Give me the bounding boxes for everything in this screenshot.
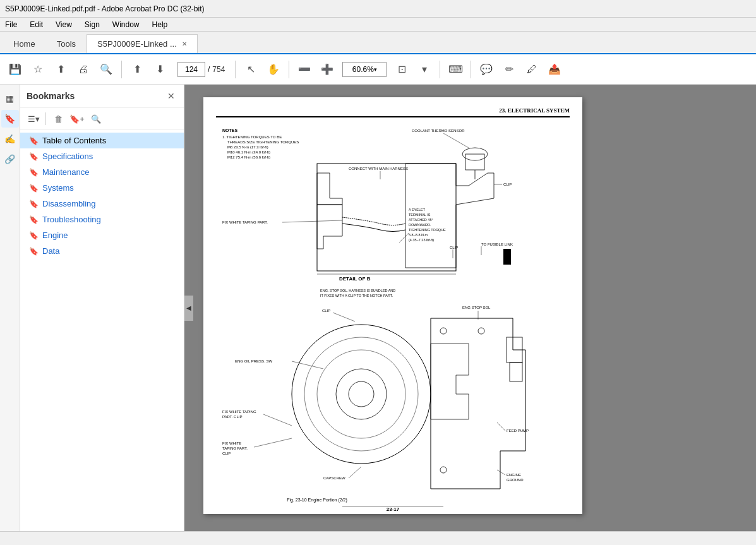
bookmarks-add-button[interactable]: 🔖+ <box>69 111 85 127</box>
bookmark-label-maintenance: Maintenance <box>42 167 89 177</box>
toolbar-separator-1 <box>121 61 122 78</box>
sign-button[interactable]: 🖊 <box>522 59 542 80</box>
status-bar <box>0 531 756 545</box>
svg-rect-10 <box>465 154 484 170</box>
pdf-content: 23. ELECTRICAL SYSTEM NOTES 1. TIGHTENIN… <box>203 97 582 514</box>
tab-document[interactable]: S5PJ0009E-Linked ... ✕ <box>87 34 198 53</box>
page-down-button[interactable]: ⬇ <box>150 59 170 80</box>
svg-text:TIGHTENING TORQUE: TIGHTENING TORQUE <box>409 228 446 232</box>
bookmark-icon-disassembling: 🔖 <box>29 200 39 208</box>
search-button[interactable]: 🔍 <box>96 59 116 80</box>
zoom-dropdown-icon: ▾ <box>374 66 377 73</box>
svg-rect-8 <box>317 164 456 271</box>
bookmarks-panel-button[interactable]: 🔖 <box>1 110 19 128</box>
thumbnail-panel-button[interactable]: ▦ <box>1 90 19 107</box>
zoom-display[interactable]: 60.6% ▾ <box>342 62 387 77</box>
bookmarks-delete-button[interactable]: 🗑 <box>50 111 66 127</box>
menu-view[interactable]: View <box>53 19 75 30</box>
bookmark-item-specifications[interactable]: 🔖 Specifications <box>20 148 184 164</box>
share-button[interactable]: 📤 <box>544 59 565 80</box>
svg-text:M12       75.4 N·m (56.6 lbf·f: M12 75.4 N·m (56.6 lbf·ft) <box>227 155 270 159</box>
zoom-value: 60.6% <box>352 65 374 74</box>
icon-sidebar: ▦ 🔖 ✍ 🔗 <box>0 85 20 531</box>
bookmark-item-maintenance[interactable]: 🔖 Maintenance <box>20 164 184 180</box>
save-button[interactable]: 💾 <box>5 59 25 80</box>
upload-button[interactable]: ⬆ <box>51 59 71 80</box>
pdf-area[interactable]: ◀ 23. ELECTRICAL SYSTEM NOTES 1. TIGHTEN… <box>184 85 756 531</box>
bookmark-item-toc[interactable]: 🔖 Table of Contents <box>20 133 184 148</box>
bookmark-button[interactable]: ☆ <box>28 59 48 80</box>
svg-text:ENGINE: ENGINE <box>507 473 521 477</box>
svg-text:CAPSCREW: CAPSCREW <box>323 476 345 480</box>
bookmark-label-troubleshooting: Troubleshooting <box>42 215 101 224</box>
bookmark-icon-maintenance: 🔖 <box>29 168 39 177</box>
svg-text:(4.35~7.23 lbf·ft): (4.35~7.23 lbf·ft) <box>409 238 434 242</box>
page-total: 754 <box>212 65 225 74</box>
tab-document-label: S5PJ0009E-Linked ... <box>97 39 177 49</box>
svg-text:ENG. STOP SOL. HARNESS IS BUND: ENG. STOP SOL. HARNESS IS BUNDLED AND <box>320 289 395 292</box>
bookmark-item-troubleshooting[interactable]: 🔖 Troubleshooting <box>20 212 184 227</box>
svg-line-48 <box>333 313 355 321</box>
menu-window[interactable]: Window <box>110 19 142 30</box>
bookmark-icon-systems: 🔖 <box>29 184 39 193</box>
page-navigation: / 754 <box>177 62 225 77</box>
svg-text:NOTES: NOTES <box>222 128 237 133</box>
bookmarks-list: 🔖 Table of Contents 🔖 Specifications 🔖 M… <box>20 130 184 531</box>
toolbar-separator-5 <box>471 61 471 78</box>
bookmark-item-disassembling[interactable]: 🔖 Disassembling <box>20 196 184 212</box>
bookmark-item-systems[interactable]: 🔖 Systems <box>20 180 184 196</box>
bookmarks-close-button[interactable]: ✕ <box>165 90 177 102</box>
menu-file[interactable]: File <box>3 19 20 30</box>
zoom-out-button[interactable]: ➖ <box>294 59 315 80</box>
page-up-button[interactable]: ⬆ <box>127 59 147 80</box>
bookmarks-panel: Bookmarks ✕ ☰▾ 🗑 🔖+ 🔍 🔖 Table of Content… <box>20 85 184 531</box>
menu-help[interactable]: Help <box>150 19 171 30</box>
toolbar: 💾 ☆ ⬆ 🖨 🔍 ⬆ ⬇ / 754 ↖ ✋ ➖ ➕ 60.6% ▾ ⊡ ▾ … <box>0 54 756 85</box>
page-number-input[interactable] <box>177 62 205 77</box>
comment-button[interactable]: 💬 <box>476 59 496 80</box>
tab-tools[interactable]: Tools <box>46 34 87 53</box>
svg-text:FIX WHITE: FIX WHITE <box>222 441 241 445</box>
zoom-in-button[interactable]: ➕ <box>317 59 337 80</box>
highlight-button[interactable]: ✏ <box>499 59 519 80</box>
bookmark-item-engine[interactable]: 🔖 Engine <box>20 227 184 243</box>
links-panel-button[interactable]: 🔗 <box>1 150 19 168</box>
print-button[interactable]: 🖨 <box>73 59 93 80</box>
bookmark-item-data[interactable]: 🔖 Data <box>20 243 184 259</box>
svg-point-42 <box>440 328 447 334</box>
fit-dropdown-button[interactable]: ▾ <box>414 59 435 80</box>
svg-line-7 <box>443 133 469 148</box>
svg-text:IT FIXES WITH A CLIP TO THE NO: IT FIXES WITH A CLIP TO THE NOTCH PART. <box>320 294 393 297</box>
bookmark-label-disassembling: Disassembling <box>42 199 96 208</box>
tab-home-label: Home <box>13 39 35 49</box>
svg-text:CLIP: CLIP <box>222 452 231 455</box>
panel-collapse-button[interactable]: ◀ <box>184 296 193 321</box>
bookmarks-menu-button[interactable]: ☰▾ <box>25 111 42 127</box>
main-area: ▦ 🔖 ✍ 🔗 Bookmarks ✕ ☰▾ 🗑 🔖+ 🔍 🔖 Table of… <box>0 85 756 531</box>
cursor-button[interactable]: ↖ <box>241 59 261 80</box>
svg-text:5.8~8.8 N·m: 5.8~8.8 N·m <box>409 233 428 237</box>
pdf-technical-drawing: NOTES 1. TIGHTENING TORQUES TO BE THREAD… <box>216 123 570 514</box>
bookmarks-find-button[interactable]: 🔍 <box>88 111 104 127</box>
svg-line-64 <box>349 467 361 478</box>
keyboard-button[interactable]: ⌨ <box>445 59 465 80</box>
pdf-header-text: 23. ELECTRICAL SYSTEM <box>499 107 570 114</box>
menu-sign[interactable]: Sign <box>82 19 102 30</box>
tab-close-icon[interactable]: ✕ <box>182 40 187 47</box>
svg-text:1. TIGHTENING TORQUES TO BE: 1. TIGHTENING TORQUES TO BE <box>222 135 282 139</box>
signatures-panel-button[interactable]: ✍ <box>1 130 19 148</box>
svg-point-36 <box>304 337 418 451</box>
bookmarks-title: Bookmarks <box>27 91 75 101</box>
svg-point-43 <box>478 328 484 334</box>
tab-home[interactable]: Home <box>3 34 46 53</box>
menu-edit[interactable]: Edit <box>27 19 45 30</box>
fit-button[interactable]: ⊡ <box>392 59 412 80</box>
title-bar: S5PJ0009E-Linked.pdf.pdf - Adobe Acrobat… <box>0 0 756 18</box>
tab-bar: Home Tools S5PJ0009E-Linked ... ✕ <box>0 32 756 54</box>
hand-button[interactable]: ✋ <box>263 59 284 80</box>
svg-text:FEED PUMP: FEED PUMP <box>507 429 529 433</box>
svg-text:23-17: 23-17 <box>387 506 400 512</box>
svg-text:FIX WHITE TAPING: FIX WHITE TAPING <box>222 410 256 414</box>
svg-line-53 <box>263 414 292 426</box>
bookmarks-toolbar: ☰▾ 🗑 🔖+ 🔍 <box>20 108 184 130</box>
